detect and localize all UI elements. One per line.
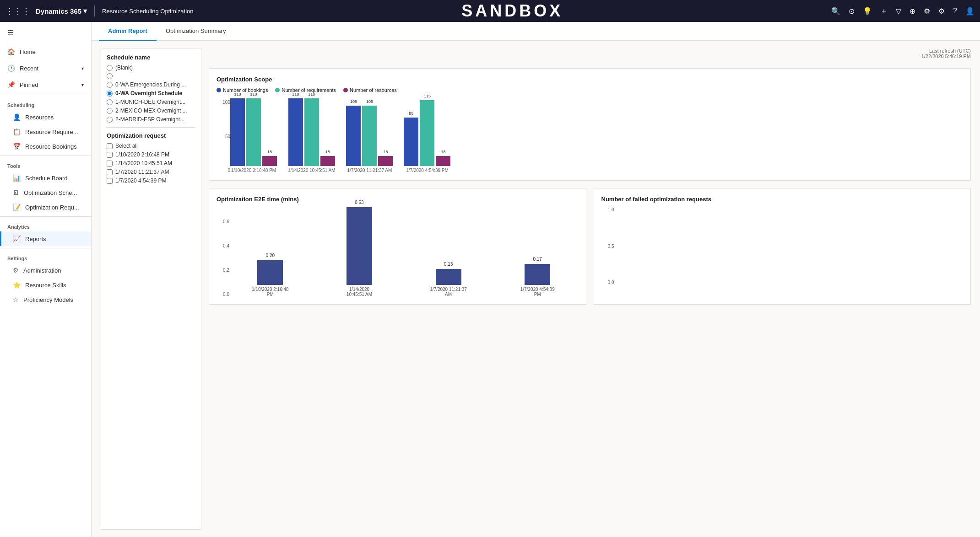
tab-admin-report[interactable]: Admin Report <box>99 22 157 41</box>
legend-resources-label: Number of resources <box>350 87 397 93</box>
sidebar-item-resource-skills-label: Resource Skills <box>25 282 66 289</box>
gear-icon[interactable]: ⚙ <box>938 7 945 16</box>
filter-cb-opt2-input[interactable] <box>107 161 113 166</box>
user-icon[interactable]: 👤 <box>965 7 975 16</box>
filter-radio-wa-overnight-input[interactable] <box>107 91 113 97</box>
filter-radio-blank-input[interactable] <box>107 65 113 71</box>
filter-radio-wa-overnight[interactable]: 0-WA Overnight Schedule <box>107 90 195 97</box>
scope-bar-res-3: 18 <box>378 156 393 166</box>
nav-divider <box>94 5 95 16</box>
sidebar-item-pinned[interactable]: 📌 Pinned ▾ <box>0 76 91 93</box>
sidebar-divider-4 <box>0 248 91 248</box>
filter-cb-opt4-label: 1/7/2020 4:54:39 PM <box>115 177 166 184</box>
sidebar-divider-2 <box>0 156 91 156</box>
sidebar-item-administration[interactable]: ⚙ Administration <box>0 263 91 278</box>
filter-radio-wa-emergencies[interactable]: 0-WA Emergencies During ... <box>107 81 195 88</box>
filter-cb-opt3-input[interactable] <box>107 169 113 175</box>
filter-radio-madrid-input[interactable] <box>107 117 113 123</box>
sidebar-item-reports-label: Reports <box>25 236 46 242</box>
sidebar-hamburger-button[interactable]: ☰ <box>0 22 91 43</box>
sidebar-group-tools: Tools <box>0 158 91 171</box>
filter-cb-opt1[interactable]: 1/10/2020 2:16:48 PM <box>107 151 195 158</box>
tab-optimization-summary[interactable]: Optimization Summary <box>157 22 235 41</box>
sidebar-item-opt-request-label: Optimization Requ... <box>25 204 79 211</box>
filter-radio-mexico[interactable]: 2-MEXICO-MEX Overnight ... <box>107 107 195 114</box>
filter-radio-wa-emergencies-input[interactable] <box>107 82 113 88</box>
scope-bars-2: 118 118 18 <box>288 98 335 166</box>
filter-cb-opt3[interactable]: 1/7/2020 11:21:37 AM <box>107 169 195 175</box>
scope-group-3: 105 105 18 1/7/2020 11:21:37 AM <box>346 106 393 173</box>
filter-cb-opt1-input[interactable] <box>107 152 113 158</box>
e2e-group-4: 0.17 1/7/2020 4:54:39PM <box>497 207 579 297</box>
filter-cb-select-all-input[interactable] <box>107 143 113 149</box>
sidebar-item-resource-skills[interactable]: ⭐ Resource Skills <box>0 278 91 292</box>
waffle-icon[interactable]: ⋮⋮⋮ <box>5 6 30 16</box>
filter-radio-munich-input[interactable] <box>107 99 113 105</box>
filter-icon[interactable]: ▽ <box>896 7 901 16</box>
refresh-info: Last refresh (UTC) 1/22/2020 5:46:19 PM <box>209 48 971 59</box>
sidebar-item-schedule-board[interactable]: 📊 Schedule Board <box>0 171 91 185</box>
filter-radio-empty-input[interactable] <box>107 73 113 79</box>
sidebar-item-recent-label: Recent <box>20 65 38 72</box>
sidebar-item-reports[interactable]: 📈 Reports <box>0 231 91 246</box>
sidebar-item-administration-label: Administration <box>23 267 61 274</box>
add-icon[interactable]: ＋ <box>880 6 888 16</box>
help-icon[interactable]: ? <box>953 7 957 15</box>
pinned-icon: 📌 <box>7 81 15 88</box>
sidebar-item-optimization-schedule[interactable]: 🗓 Optimization Sche... <box>0 185 91 200</box>
scope-bar-bookings-1: 118 <box>230 98 245 166</box>
filter-radio-mexico-input[interactable] <box>107 108 113 114</box>
legend-bookings-label: Number of bookings <box>223 87 268 93</box>
filter-cb-select-all[interactable]: Select all <box>107 143 195 149</box>
scope-bar-req-4: 115 <box>420 100 434 166</box>
sidebar-item-opt-schedule-label: Optimization Sche... <box>24 189 77 196</box>
filter-cb-opt4[interactable]: 1/7/2020 4:54:39 PM <box>107 177 195 184</box>
brand-button[interactable]: Dynamics 365 ▾ <box>36 7 87 15</box>
nav-icons: 🔍 ⊙ 💡 ＋ ▽ ⊕ ⚙ ⚙ ? 👤 <box>831 6 975 16</box>
check-icon[interactable]: ⊙ <box>849 7 855 16</box>
filter-radio-blank[interactable]: (Blank) <box>107 64 195 71</box>
e2e-bar-container-4: 0.17 <box>525 207 550 285</box>
failed-chart-body: 1.0 0.5 0.0 <box>601 207 964 285</box>
search-icon[interactable]: 🔍 <box>831 7 840 16</box>
filter-cb-opt4-input[interactable] <box>107 178 113 184</box>
schedule-board-icon: 📊 <box>13 174 21 182</box>
sidebar-item-resource-bookings[interactable]: 📅 Resource Bookings <box>0 139 91 154</box>
sidebar-item-optimization-request[interactable]: 📝 Optimization Requ... <box>0 200 91 215</box>
sidebar-item-resources[interactable]: 👤 Resources <box>0 110 91 124</box>
scope-bar-req-3: 105 <box>362 106 377 166</box>
filter-cb-opt2[interactable]: 1/14/2020 10:45:51 AM <box>107 160 195 166</box>
main-content: Admin Report Optimization Summary Schedu… <box>92 22 980 537</box>
sidebar-item-proficiency-models[interactable]: ☆ Proficiency Models <box>0 292 91 307</box>
scope-bar-label-4: 1/7/2020 4:54:39 PM <box>406 168 449 173</box>
e2e-label-3: 1/7/2020 11:21:37AM <box>430 287 467 297</box>
pinned-arrow-icon: ▾ <box>81 82 84 87</box>
filter-cb-opt3-label: 1/7/2020 11:21:37 AM <box>115 169 169 175</box>
resources-icon: 👤 <box>13 113 21 121</box>
e2e-bar-3: 0.13 <box>436 269 461 285</box>
filter-radio-wa-emergencies-label: 0-WA Emergencies During ... <box>115 81 186 88</box>
resource-skills-icon: ⭐ <box>13 281 21 289</box>
sandbox-label: SANDBOX <box>197 1 828 21</box>
sidebar-item-home[interactable]: 🏠 Home <box>0 43 91 60</box>
failed-chart-title: Number of failed optimization requests <box>601 196 964 203</box>
filter-radio-madrid[interactable]: 2-MADRID-ESP Overnight... <box>107 116 195 123</box>
zoom-icon[interactable]: ⊕ <box>910 7 915 16</box>
sidebar-item-recent[interactable]: 🕐 Recent ▾ <box>0 60 91 76</box>
sidebar: ☰ 🏠 Home 🕐 Recent ▾ 📌 Pinned ▾ Schedulin… <box>0 22 92 537</box>
scope-group-4: 85 115 18 1/7/2020 4:54:39 PM <box>404 100 450 173</box>
failed-chart: Number of failed optimization requests 1… <box>594 188 971 305</box>
filter-radio-munich[interactable]: 1-MUNICH-DEU Overnight... <box>107 99 195 105</box>
sidebar-item-resource-requirements[interactable]: 📋 Resource Require... <box>0 124 91 139</box>
settings-icon[interactable]: ⚙ <box>924 7 930 16</box>
scope-bar-bookings-4: 85 <box>404 118 418 166</box>
filter-radio-empty[interactable] <box>107 73 195 79</box>
legend-resources: Number of resources <box>343 87 397 93</box>
e2e-label-4: 1/7/2020 4:54:39PM <box>520 287 555 297</box>
e2e-bar-container-2: 0.63 <box>347 207 372 285</box>
sidebar-item-resource-req-label: Resource Require... <box>25 129 78 135</box>
lightbulb-icon[interactable]: 💡 <box>863 7 872 16</box>
resource-bookings-icon: 📅 <box>13 143 21 150</box>
top-navigation: ⋮⋮⋮ Dynamics 365 ▾ Resource Scheduling O… <box>0 0 980 22</box>
e2e-bar-4: 0.17 <box>525 264 550 285</box>
